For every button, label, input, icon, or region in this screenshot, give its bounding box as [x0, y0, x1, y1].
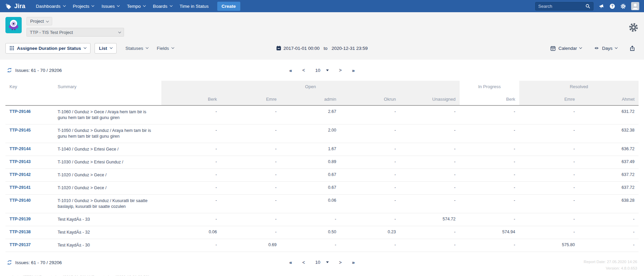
- chevron-down-icon: [118, 31, 121, 33]
- issue-key-link[interactable]: TTP-29144: [9, 146, 31, 151]
- project-scope-button[interactable]: Project: [26, 17, 52, 25]
- prev-page-button[interactable]: <: [302, 67, 305, 73]
- admin-settings-button[interactable]: [620, 3, 626, 9]
- view-dropdown[interactable]: List: [95, 43, 117, 54]
- caret-down-icon: [326, 261, 329, 263]
- duration-value: 0.67: [281, 169, 340, 182]
- duration-value: -: [519, 124, 579, 143]
- nav-item-dashboards[interactable]: Dashboards: [36, 0, 65, 12]
- issue-key-link[interactable]: TTP-29141: [9, 185, 31, 190]
- search-box[interactable]: [535, 2, 593, 11]
- duration-value: -: [400, 105, 460, 124]
- duration-value: -: [400, 143, 460, 156]
- report-type-label: Assignee Duration per Status: [17, 46, 81, 51]
- page-size-select[interactable]: 10: [315, 68, 329, 73]
- navbar-right: ?: [535, 2, 639, 11]
- duration-value: -: [460, 156, 519, 169]
- duration-value: -: [460, 143, 519, 156]
- help-button[interactable]: ?: [609, 3, 615, 9]
- user-avatar[interactable]: [631, 2, 639, 10]
- issue-summary: Test KaydÄ± - 30: [56, 239, 161, 252]
- report-date: Report Date: 27.05.2020 14:26: [584, 259, 637, 265]
- calendar-type-dropdown[interactable]: Calendar: [550, 46, 582, 51]
- avatar-icon: [631, 2, 639, 10]
- issue-key-link[interactable]: TTP-29139: [9, 217, 31, 221]
- date-separator: to: [324, 46, 327, 51]
- issue-key-link[interactable]: TTP-29143: [9, 159, 31, 164]
- duration-value: -: [161, 143, 221, 156]
- date-to: 2020-12-31 23:59: [331, 46, 368, 51]
- duration-value: -: [460, 124, 519, 143]
- duration-value: -: [161, 182, 221, 195]
- nav-item-issues[interactable]: Issues: [101, 0, 119, 12]
- export-button[interactable]: [629, 45, 635, 51]
- grid-icon: [10, 46, 14, 50]
- next-page-button[interactable]: >: [339, 67, 342, 73]
- issue-key-cell: TTP-29143: [5, 156, 56, 169]
- table-row: TTP-29137Test KaydÄ± - 30-0.69----575.80…: [5, 239, 639, 252]
- statuses-dropdown[interactable]: Statuses: [125, 46, 148, 51]
- refresh-button[interactable]: [7, 67, 12, 73]
- issue-key-link[interactable]: TTP-29138: [9, 230, 31, 234]
- fields-dropdown[interactable]: Fields: [157, 46, 174, 51]
- report-settings-button[interactable]: [628, 22, 639, 33]
- report-type-dropdown[interactable]: Assignee Duration per Status: [5, 43, 90, 54]
- nav-label: Tempo: [127, 4, 141, 9]
- duration-value: -: [400, 156, 460, 169]
- project-row: Project TTP - TIS Test Project: [5, 17, 639, 38]
- unit-dropdown[interactable]: Days: [594, 46, 617, 51]
- status-group-header: Open: [161, 81, 460, 92]
- first-page-button[interactable]: «: [289, 67, 292, 73]
- date-range-picker[interactable]: 2017-01-01 00:00 to 2020-12-31 23:59: [276, 46, 367, 51]
- issue-key-link[interactable]: TTP-29145: [9, 128, 31, 133]
- duration-value: -: [340, 239, 400, 252]
- create-button[interactable]: Create: [217, 2, 240, 11]
- search-input[interactable]: [538, 4, 585, 9]
- project-select[interactable]: TTP - TIS Test Project: [26, 28, 124, 37]
- last-page-button[interactable]: »: [352, 67, 355, 73]
- assignee-column-header: Emre: [519, 92, 579, 105]
- chevron-down-icon: [615, 46, 618, 49]
- nav-item-tempo[interactable]: Tempo: [127, 0, 145, 12]
- issue-key-link[interactable]: TTP-29140: [9, 198, 31, 203]
- refresh-button[interactable]: [7, 260, 12, 265]
- nav-item-boards[interactable]: Boards: [153, 0, 172, 12]
- duration-value: -: [161, 239, 221, 252]
- duration-value: -: [579, 226, 639, 239]
- nav-item-time-in-status[interactable]: Time in Status: [180, 0, 209, 12]
- gear-icon: [628, 22, 639, 33]
- issue-key-cell: TTP-29144: [5, 143, 56, 156]
- assignee-column-header: Unassigned: [400, 92, 460, 105]
- chevron-down-icon: [171, 46, 174, 49]
- issue-summary: T-1020 / Gunduz > Gece /: [56, 169, 161, 182]
- calendar-outline-icon: [550, 46, 556, 51]
- chevron-down-icon: [84, 46, 86, 49]
- project-scope-label: Project: [30, 19, 44, 24]
- table-header: KeySummaryOpenIn ProgressResolved BerkEm…: [5, 81, 639, 105]
- nav-item-projects[interactable]: Projects: [73, 0, 94, 12]
- duration-value: 1.67: [281, 143, 340, 156]
- duration-value: -: [340, 182, 400, 195]
- column-header-summary: Summary: [56, 81, 161, 105]
- issue-key-link[interactable]: TTP-29137: [9, 242, 31, 247]
- table-row: TTP-29140T-1010 / Gunduz > Gunduz / Kusu…: [5, 195, 639, 213]
- issue-key-link[interactable]: TTP-29146: [9, 109, 31, 114]
- prev-page-button[interactable]: <: [302, 260, 305, 265]
- project-avatar[interactable]: [5, 17, 22, 33]
- issue-key-link[interactable]: TTP-29142: [9, 172, 31, 177]
- page-size-select[interactable]: 10: [315, 260, 329, 265]
- table-row: TTP-29146T-1060 / Gunduz > Gece / Araya …: [5, 105, 639, 124]
- chevron-down-icon: [579, 46, 582, 49]
- pagination-top: « < 10 > »: [289, 67, 355, 73]
- issue-key-cell: TTP-29137: [5, 239, 56, 252]
- duration-value: -: [400, 239, 460, 252]
- duration-value: 0.89: [281, 156, 340, 169]
- duration-value: 575.80: [519, 239, 579, 252]
- first-page-button[interactable]: «: [289, 259, 292, 265]
- duration-value: -: [221, 169, 281, 182]
- assignee-column-header: Berk: [460, 92, 519, 105]
- announcements-button[interactable]: [599, 3, 604, 9]
- last-page-button[interactable]: »: [352, 259, 355, 265]
- jira-logo[interactable]: Jira: [5, 3, 25, 10]
- next-page-button[interactable]: >: [339, 260, 342, 265]
